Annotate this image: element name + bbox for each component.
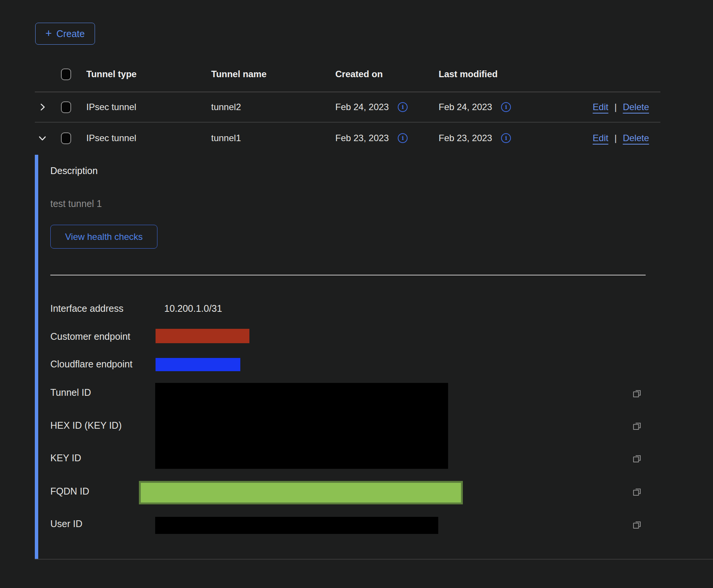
view-health-checks-button[interactable]: View health checks <box>50 225 157 249</box>
tunnel-id-label: Tunnel ID <box>50 387 91 398</box>
info-icon[interactable]: i <box>501 102 511 112</box>
create-button[interactable]: + Create <box>35 23 95 45</box>
header-created-on: Created on <box>335 69 439 79</box>
details-divider <box>50 275 646 275</box>
description-value: test tunnel 1 <box>50 198 102 209</box>
tunnel-name-cell: tunnel1 <box>211 133 335 143</box>
table-header-row: Tunnel type Tunnel name Created on Last … <box>35 57 660 92</box>
copy-icon[interactable] <box>632 388 642 398</box>
select-all-checkbox[interactable] <box>61 68 71 80</box>
header-tunnel-name: Tunnel name <box>211 69 335 79</box>
delete-link[interactable]: Delete <box>623 133 649 143</box>
created-on-cell: Feb 24, 2023 <box>335 102 389 112</box>
tunnel-name-cell: tunnel2 <box>211 102 335 112</box>
expanded-row-accent-bar <box>35 155 38 559</box>
delete-link[interactable]: Delete <box>623 102 649 112</box>
interface-address-label: Interface address <box>50 303 123 314</box>
user-id-redacted-value <box>155 517 438 534</box>
action-separator: | <box>614 102 616 112</box>
fqdn-id-label: FQDN ID <box>50 486 89 497</box>
cloudflare-endpoint-label: Cloudflare endpoint <box>50 359 132 370</box>
cloudflare-endpoint-redacted-value <box>156 358 240 371</box>
last-modified-cell: Feb 23, 2023 <box>439 133 492 143</box>
action-separator: | <box>614 133 616 143</box>
tunnel-type-cell: IPsec tunnel <box>86 133 211 143</box>
header-last-modified: Last modified <box>439 69 545 79</box>
info-icon[interactable]: i <box>501 133 511 143</box>
edit-link[interactable]: Edit <box>593 102 608 112</box>
hex-id-label: HEX ID (KEY ID) <box>50 420 121 431</box>
interface-address-value: 10.200.1.0/31 <box>164 303 222 314</box>
panel-bottom-divider <box>35 559 713 560</box>
customer-endpoint-redacted-value <box>156 329 249 343</box>
last-modified-cell: Feb 24, 2023 <box>439 102 492 112</box>
tunnel-type-cell: IPsec tunnel <box>86 102 211 112</box>
copy-icon[interactable] <box>632 487 642 497</box>
info-icon[interactable]: i <box>398 102 408 112</box>
user-id-label: User ID <box>50 518 83 529</box>
fqdn-id-redacted-value <box>139 481 463 504</box>
create-button-label: Create <box>56 28 85 39</box>
table-row: IPsec tunnel tunnel2 Feb 24, 2023 i Feb … <box>35 92 660 123</box>
tunnels-table: Tunnel type Tunnel name Created on Last … <box>35 57 660 154</box>
ipsec-tunnels-page: + Create Tunnel type Tunnel name Created… <box>0 0 713 588</box>
description-label: Description <box>50 165 98 176</box>
key-id-label: KEY ID <box>50 453 81 464</box>
info-icon[interactable]: i <box>398 133 408 143</box>
customer-endpoint-label: Customer endpoint <box>50 331 130 342</box>
row-checkbox[interactable] <box>61 101 71 113</box>
chevron-right-icon[interactable] <box>37 102 47 112</box>
row-checkbox[interactable] <box>61 132 71 144</box>
chevron-down-icon[interactable] <box>37 133 47 143</box>
copy-icon[interactable] <box>632 421 642 431</box>
copy-icon[interactable] <box>632 453 642 464</box>
header-tunnel-type: Tunnel type <box>86 69 211 79</box>
table-row: IPsec tunnel tunnel1 Feb 23, 2023 i Feb … <box>35 123 660 154</box>
ids-redacted-value-block <box>155 383 448 469</box>
copy-icon[interactable] <box>632 520 642 530</box>
plus-icon: + <box>45 28 52 39</box>
edit-link[interactable]: Edit <box>593 133 608 143</box>
created-on-cell: Feb 23, 2023 <box>335 133 389 143</box>
